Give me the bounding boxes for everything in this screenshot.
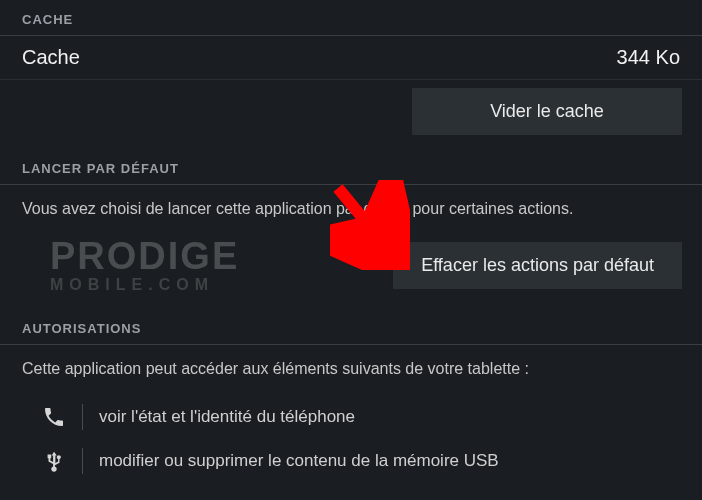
watermark: PRODIGE MOBILE.COM: [50, 237, 239, 293]
permissions-description: Cette application peut accéder aux éléme…: [0, 345, 702, 391]
section-header-cache: CACHE: [0, 0, 702, 36]
permission-text: voir l'état et l'identité du téléphone: [99, 407, 355, 427]
permission-item: voir l'état et l'identité du téléphone: [0, 395, 702, 439]
cache-value: 344 Ko: [617, 46, 680, 69]
section-header-permissions: AUTORISATIONS: [0, 309, 702, 345]
clear-cache-button[interactable]: Vider le cache: [412, 88, 682, 135]
launch-default-description: Vous avez choisi de lancer cette applica…: [0, 185, 702, 231]
cache-row: Cache 344 Ko: [0, 36, 702, 80]
phone-icon: [40, 403, 68, 431]
clear-defaults-row: PRODIGE MOBILE.COM Effacer les actions p…: [0, 231, 702, 309]
clear-defaults-button[interactable]: Effacer les actions par défaut: [393, 242, 682, 289]
permission-divider: [82, 448, 83, 474]
watermark-line2: MOBILE.COM: [50, 277, 239, 293]
cache-button-row: Vider le cache: [0, 80, 702, 149]
permission-item: modifier ou supprimer le contenu de la m…: [0, 439, 702, 483]
permission-divider: [82, 404, 83, 430]
usb-icon: [40, 447, 68, 475]
permission-text: modifier ou supprimer le contenu de la m…: [99, 451, 499, 471]
section-header-launch-default: LANCER PAR DÉFAUT: [0, 149, 702, 185]
watermark-line1: PRODIGE: [50, 237, 239, 275]
cache-label: Cache: [22, 46, 80, 69]
permissions-list: voir l'état et l'identité du téléphone m…: [0, 391, 702, 483]
